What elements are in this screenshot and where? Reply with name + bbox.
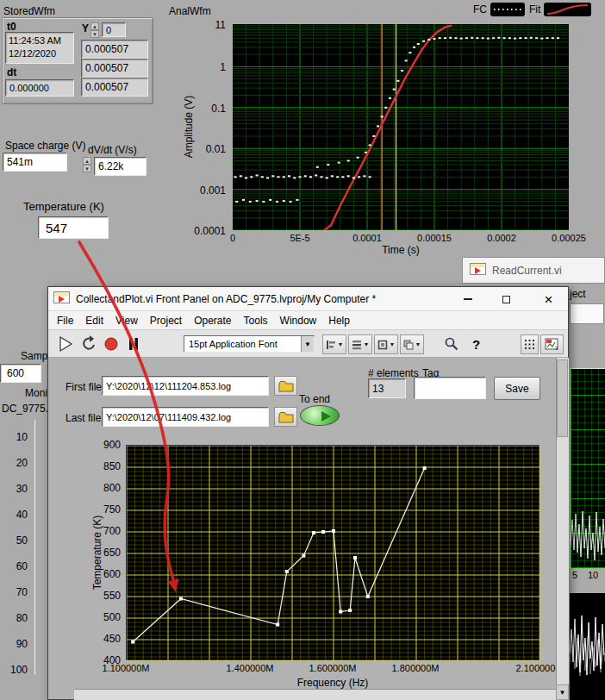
spinner-down-icon[interactable]: ▼ — [90, 30, 99, 38]
main-y-tick: 800 — [103, 482, 121, 494]
menu-item-window[interactable]: Window — [274, 313, 323, 328]
abort-button[interactable] — [100, 334, 122, 354]
dvdt-value[interactable]: 6.22k — [94, 157, 147, 176]
window-title: CollectandPlot.vi Front Panel on ADC_977… — [76, 293, 376, 305]
bg-noise-panel — [570, 593, 605, 700]
bg-y-tick: 70 — [16, 586, 28, 598]
pause-icon — [124, 334, 143, 353]
window-layout-button[interactable]: 3 — [540, 334, 564, 354]
last-file-browse-button[interactable] — [274, 407, 297, 427]
menu-item-operate[interactable]: Operate — [188, 313, 237, 328]
maximize-button[interactable] — [487, 287, 526, 311]
temperature-value[interactable]: 547 — [38, 216, 109, 239]
anal-y-axis: 1110.10.010.0010.0001 — [184, 24, 228, 230]
temperature-label: Temperature (K) — [23, 200, 104, 213]
to-end-led-button[interactable] — [300, 405, 340, 426]
minimize-button[interactable] — [448, 287, 487, 311]
bg-x-tick: 10 — [588, 570, 598, 580]
labview-vi-icon — [53, 291, 70, 306]
layout-icon: 3 — [545, 338, 559, 351]
distribute-icon — [352, 340, 362, 350]
anal-xlabel: Time (s) — [336, 244, 465, 256]
y-index-value[interactable]: 0 — [102, 22, 126, 37]
anal-y-tick: 0.1 — [211, 103, 226, 115]
t0-time: 11:24:53 AM — [9, 34, 73, 47]
bg-control-fragment — [570, 303, 604, 324]
led-arrow-icon — [321, 411, 331, 422]
main-y-tick: 850 — [103, 460, 121, 472]
bg-y-tick: 50 — [16, 534, 28, 547]
main-x-tick: 1.100000M — [96, 663, 156, 673]
main-y-tick: 900 — [103, 439, 121, 451]
last-file-path[interactable]: Y:\2020\12\07\111409.432.log — [102, 407, 269, 427]
elements-count-value[interactable]: 13 — [368, 378, 406, 398]
chevron-down-icon: ▼ — [559, 689, 566, 697]
dvdt-spinner[interactable]: ▲ ▼ — [83, 157, 91, 172]
menu-bar: FileEditViewProjectOperateToolsWindowHel… — [48, 311, 568, 330]
close-button[interactable]: × — [529, 287, 568, 311]
analwfm-plot[interactable] — [233, 24, 569, 230]
font-selector-value: 15pt Application Font — [184, 339, 301, 349]
resize-icon — [377, 340, 388, 350]
main-y-axis: 900850800750700650600550500450400 — [88, 445, 122, 660]
reorder-objects-button[interactable]: ▼ — [400, 334, 424, 354]
project-text-fragment: ject — [570, 288, 586, 300]
menu-item-file[interactable]: File — [51, 313, 79, 328]
first-file-browse-button[interactable] — [274, 376, 297, 396]
bg-y-tick: 10 — [16, 431, 28, 443]
run-continuous-button[interactable] — [77, 334, 98, 354]
labview-desktop: StoredWfm t0 11:24:53 AM 12/12/2020 dt 0… — [0, 0, 605, 700]
bg-y-tick: 40 — [16, 509, 28, 521]
y-index-spinner[interactable]: ▲ ▼ — [90, 22, 99, 38]
font-selector[interactable]: 15pt Application Font ▼ — [184, 335, 315, 353]
y-value-2[interactable]: 0.000507 — [81, 78, 148, 97]
reorder-icon — [403, 340, 414, 350]
anal-y-tick: 11 — [215, 19, 226, 31]
collectandplot-window: CollectandPlot.vi Front Panel on ADC_977… — [47, 286, 569, 700]
horizontal-scrollbar[interactable] — [74, 689, 556, 700]
samples-value[interactable]: 600 — [0, 364, 41, 383]
save-button[interactable]: Save — [494, 377, 540, 400]
align-objects-button[interactable]: ▼ — [322, 334, 346, 354]
anal-y-tick: 1 — [220, 61, 226, 73]
menu-item-help[interactable]: Help — [322, 313, 356, 328]
main-y-tick: 700 — [103, 525, 121, 537]
spinner-down-icon[interactable]: ▼ — [83, 165, 91, 172]
menu-item-project[interactable]: Project — [144, 313, 188, 328]
run-button[interactable] — [54, 334, 76, 354]
menu-item-tools[interactable]: Tools — [238, 313, 274, 328]
y-value-0[interactable]: 0.000507 — [81, 40, 148, 59]
y-value-1[interactable]: 0.000507 — [81, 59, 148, 78]
context-help-button[interactable]: ? — [465, 334, 487, 354]
t0-timestamp[interactable]: 11:24:53 AM 12/12/2020 — [5, 32, 74, 64]
menu-item-edit[interactable]: Edit — [79, 313, 109, 328]
search-button[interactable] — [440, 334, 462, 354]
menu-item-view[interactable]: View — [109, 313, 144, 328]
space-charge-value[interactable]: 541m — [3, 153, 67, 172]
noise-waveform — [570, 593, 605, 700]
spinner-up-icon[interactable]: ▲ — [90, 22, 99, 30]
grid-panel-button[interactable] — [521, 334, 539, 354]
folder-icon — [278, 380, 294, 392]
bg-y-tick: 90 — [16, 638, 28, 650]
main-y-tick: 650 — [103, 547, 121, 559]
first-file-path[interactable]: Y:\2020\12\12\111204.853.log — [102, 376, 269, 396]
resize-objects-button[interactable]: ▼ — [374, 334, 398, 354]
scroll-down-button[interactable]: ▼ — [556, 684, 569, 700]
vertical-scrollbar-thumb[interactable] — [557, 359, 568, 437]
legend-fc-label: FC — [473, 3, 487, 16]
dt-value[interactable]: 0.000000 — [5, 79, 74, 97]
bg-y-tick: 30 — [16, 483, 28, 495]
anal-x-axis: 05E-50.00010.000150.00020.00025 — [233, 233, 569, 245]
temperature-graph-plot[interactable] — [126, 445, 540, 660]
analwfm-legend[interactable]: FC Fit — [473, 2, 596, 17]
pause-button[interactable] — [122, 334, 144, 354]
t0-label: t0 — [7, 21, 16, 33]
main-x-tick: 1.400000M — [220, 663, 280, 673]
tag-input[interactable] — [414, 377, 486, 399]
spinner-up-icon[interactable]: ▲ — [83, 157, 91, 165]
storedwfm-label: StoredWfm — [3, 5, 55, 17]
chevron-down-icon[interactable]: ▼ — [301, 336, 314, 352]
distribute-objects-button[interactable]: ▼ — [348, 334, 372, 354]
readcurrent-titlebar[interactable]: ReadCurrent.vi — [462, 257, 605, 284]
